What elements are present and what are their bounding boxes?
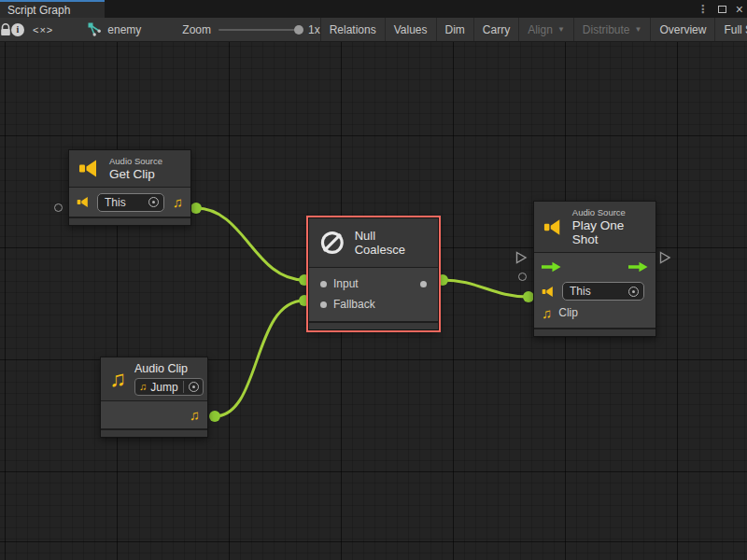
node-title: Null Coalesce bbox=[355, 229, 429, 257]
values-button[interactable]: Values bbox=[386, 18, 436, 41]
music-note-icon: ♫ bbox=[139, 382, 147, 392]
zoom-value: 1x bbox=[308, 23, 320, 36]
node-null-coalesce-header[interactable]: Null Coalesce bbox=[309, 218, 438, 267]
output-port[interactable] bbox=[420, 281, 427, 287]
getclip-this-field[interactable]: This bbox=[97, 193, 164, 212]
lock-icon bbox=[0, 23, 11, 36]
node-category: Audio Source bbox=[109, 156, 162, 166]
audioclip-output-icon[interactable]: ♫ bbox=[173, 195, 183, 209]
distribute-dropdown[interactable]: Distribute ▼ bbox=[574, 18, 651, 41]
graph-toolbar: i <×> enemy Zoom 1x Relation bbox=[0, 18, 747, 42]
input-port[interactable] bbox=[320, 281, 327, 287]
flow-out-arrow-icon[interactable] bbox=[628, 261, 648, 273]
node-play-one-shot-header[interactable]: Audio Source Play One Shot bbox=[534, 202, 655, 252]
zoom-slider[interactable] bbox=[218, 29, 301, 31]
node-title: Audio Clip bbox=[134, 362, 204, 375]
flow-in-arrow-icon[interactable] bbox=[542, 261, 561, 273]
fullscreen-button[interactable]: Full Screen bbox=[715, 18, 747, 41]
wire-output-to-clip[interactable] bbox=[443, 280, 529, 297]
close-icon[interactable]: × bbox=[736, 3, 743, 16]
audio-source-icon bbox=[78, 159, 101, 178]
playoneshot-flow-in-port[interactable] bbox=[515, 251, 528, 264]
audio-source-icon bbox=[542, 286, 556, 298]
variable-field[interactable]: ♫ Jump bbox=[134, 378, 204, 396]
dim-button[interactable]: Dim bbox=[437, 18, 473, 41]
audioclip-output-icon[interactable]: ♫ bbox=[190, 408, 200, 422]
zoom-control: Zoom 1x bbox=[182, 18, 319, 41]
window-menu-icon[interactable]: ⋮ bbox=[698, 4, 709, 15]
info-button[interactable]: i bbox=[11, 18, 24, 41]
tab-title: Script Graph bbox=[7, 4, 70, 17]
variable-name: Jump bbox=[150, 381, 177, 394]
audio-clip-icon: ♫ bbox=[109, 368, 126, 390]
graph-breadcrumb[interactable]: enemy bbox=[80, 18, 148, 41]
clip-port-label: Clip bbox=[558, 306, 578, 319]
node-title: Play One Shot bbox=[572, 218, 646, 246]
node-footer bbox=[534, 328, 655, 336]
align-dropdown[interactable]: Align ▼ bbox=[519, 18, 573, 41]
overview-button[interactable]: Overview bbox=[651, 18, 714, 41]
fallback-port[interactable] bbox=[320, 301, 327, 308]
relations-button[interactable]: Relations bbox=[321, 18, 385, 41]
graph-icon bbox=[88, 22, 102, 36]
playoneshot-this-port[interactable] bbox=[518, 273, 527, 281]
script-graph-window: Script Graph ⋮ × i <×> bbox=[0, 0, 747, 560]
node-audio-clip-variable[interactable]: ♫ Audio Clip ♫ Jump ♫ bbox=[100, 357, 208, 438]
node-audio-clip-header[interactable]: ♫ Audio Clip ♫ Jump bbox=[101, 357, 207, 400]
chevron-down-icon: ▼ bbox=[557, 25, 565, 34]
node-title: Get Clip bbox=[109, 167, 162, 181]
audio-source-icon bbox=[543, 217, 564, 237]
chevron-down-icon: ▼ bbox=[635, 25, 642, 34]
audio-source-icon bbox=[77, 196, 91, 208]
node-footer bbox=[101, 428, 207, 437]
music-note-icon: ♫ bbox=[542, 306, 552, 320]
zoom-slider-handle[interactable] bbox=[294, 25, 303, 35]
info-icon: i bbox=[11, 23, 24, 36]
getclip-this-port[interactable] bbox=[54, 203, 63, 212]
tab-strip: Script Graph ⋮ × bbox=[0, 0, 747, 18]
wire-getclip-to-input[interactable] bbox=[196, 208, 304, 280]
target-picker-icon[interactable] bbox=[628, 287, 639, 297]
carry-button[interactable]: Carry bbox=[474, 18, 518, 41]
lock-button[interactable] bbox=[0, 18, 11, 41]
graph-name: enemy bbox=[107, 23, 141, 36]
playoneshot-this-field[interactable]: This bbox=[562, 282, 644, 301]
code-view-button[interactable]: <×> bbox=[24, 18, 62, 41]
playoneshot-flow-out-port[interactable] bbox=[659, 251, 671, 264]
input-port-label: Input bbox=[333, 277, 359, 290]
null-coalesce-icon bbox=[318, 229, 346, 257]
toolbar-right-buttons: Relations Values Dim Carry Align ▼ Distr… bbox=[320, 18, 747, 41]
tab-script-graph[interactable]: Script Graph bbox=[0, 0, 105, 18]
node-category: Audio Source bbox=[572, 207, 646, 217]
window-controls: ⋮ × bbox=[698, 0, 743, 18]
fallback-port-label: Fallback bbox=[333, 298, 375, 311]
code-icon: <×> bbox=[33, 24, 53, 35]
target-picker-icon[interactable] bbox=[148, 197, 159, 207]
zoom-label: Zoom bbox=[182, 23, 211, 36]
node-play-one-shot[interactable]: Audio Source Play One Shot bbox=[533, 201, 656, 337]
graph-canvas[interactable]: Audio Source Get Clip This ♫ bbox=[0, 42, 747, 560]
node-footer bbox=[309, 321, 438, 329]
maximize-icon[interactable] bbox=[718, 6, 726, 13]
wire-audioclip-to-fallback[interactable] bbox=[215, 301, 304, 416]
node-get-clip-header[interactable]: Audio Source Get Clip bbox=[69, 150, 190, 187]
node-get-clip[interactable]: Audio Source Get Clip This ♫ bbox=[68, 149, 191, 226]
target-picker-icon[interactable] bbox=[189, 382, 199, 392]
node-footer bbox=[69, 217, 190, 225]
node-null-coalesce[interactable]: Null Coalesce Input Fallback bbox=[308, 217, 439, 330]
